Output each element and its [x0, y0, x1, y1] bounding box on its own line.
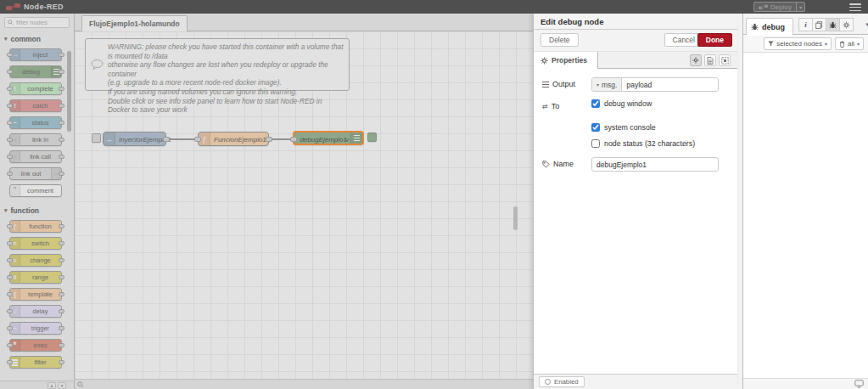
comment-line: If you are using named volumes you can i… — [108, 87, 344, 97]
input-port — [7, 241, 13, 245]
palette-node-range[interactable]: range — [9, 271, 62, 284]
output-port — [59, 121, 64, 125]
output-typed-input[interactable]: msg. — [591, 77, 719, 92]
sidebar-tab-help[interactable] — [812, 18, 826, 31]
palette-category-function[interactable]: ▾function — [0, 203, 74, 217]
palette-scrollbar[interactable] — [67, 51, 71, 132]
input-port — [7, 87, 13, 91]
flow-node-inject[interactable]: InyectorEjemplo1 — [103, 132, 166, 146]
debug-filter-button[interactable]: selected nodes — [764, 37, 832, 50]
input-port — [7, 104, 13, 108]
gear-icon — [540, 57, 548, 65]
debug-clear-button[interactable]: all — [835, 37, 864, 50]
edit-properties-icon-button[interactable] — [690, 54, 702, 66]
main-menu-button[interactable] — [849, 3, 861, 11]
output-value-input[interactable] — [622, 78, 718, 91]
zoom-search-icon[interactable] — [77, 381, 84, 388]
tab-properties[interactable]: Properties — [534, 52, 598, 69]
palette-node-complete[interactable]: complete — [9, 82, 62, 95]
edit-node-tray: Edit debug node Delete Cancel Done Prope… — [533, 14, 737, 389]
canvas-vscrollbar-thumb[interactable] — [513, 206, 518, 230]
comment-node[interactable]: WARNING: please check you have started t… — [85, 38, 350, 91]
debug-window-label[interactable]: debug window — [604, 99, 652, 108]
deploy-options-caret[interactable] — [796, 3, 804, 11]
filter-bars-icon — [12, 359, 18, 366]
sidebar-tab-debug[interactable] — [826, 18, 840, 31]
palette-node-filter[interactable]: filter — [9, 356, 62, 369]
palette-node-link-out[interactable]: link out — [9, 167, 62, 180]
sidebar-tab-debug-active[interactable]: debug — [746, 18, 793, 36]
palette-node-label: delay — [22, 307, 59, 315]
palette-node-comment[interactable]: comment — [9, 184, 62, 197]
header-bar: Node-RED Deploy — [0, 0, 868, 14]
app-title: Node-RED — [24, 3, 64, 11]
flow-node-debug-selected[interactable]: debugEjemplo1 — [293, 131, 364, 145]
palette-node-debug[interactable]: debug — [9, 65, 62, 78]
flow-node-function[interactable]: FuncionEjemplo1 — [198, 132, 269, 146]
flow-node-label: FuncionEjemplo1 — [214, 136, 266, 144]
edit-description-icon-button[interactable] — [704, 54, 716, 66]
palette-node-function[interactable]: function — [9, 220, 62, 233]
output-port — [59, 70, 64, 74]
deploy-button[interactable]: Deploy — [753, 2, 805, 12]
sidebar-tab-list-button[interactable] — [860, 18, 868, 31]
palette-node-switch[interactable]: switch — [9, 237, 62, 250]
inject-trigger-button[interactable] — [92, 133, 101, 143]
trash-icon — [839, 41, 845, 48]
delete-button[interactable]: Delete — [540, 33, 579, 47]
name-input[interactable] — [591, 157, 719, 172]
tray-footer: Enabled — [534, 374, 737, 389]
palette-node-exec[interactable]: exec — [9, 339, 62, 352]
palette-node-status[interactable]: status — [9, 116, 62, 129]
range-icon — [14, 273, 17, 281]
palette-scroll-up-button[interactable]: ▲ — [48, 382, 56, 389]
debug-toggle-button[interactable] — [367, 132, 377, 142]
sidebar-tab-config[interactable] — [839, 18, 854, 31]
sidebar-splitter[interactable] — [737, 14, 743, 389]
node-enabled-toggle[interactable]: Enabled — [539, 376, 585, 387]
palette-node-link-in[interactable]: link in — [9, 133, 62, 146]
output-port[interactable] — [266, 137, 272, 142]
system-console-label[interactable]: system console — [604, 123, 656, 132]
palette-node-label: switch — [22, 240, 59, 247]
input-port[interactable] — [194, 137, 201, 142]
output-row: Output msg. — [542, 77, 729, 92]
palette-category-common[interactable]: ▾common — [0, 31, 74, 46]
debug-messages-panel[interactable] — [743, 54, 868, 378]
input-port — [7, 70, 13, 74]
palette-node-inject[interactable]: inject — [9, 48, 62, 61]
palette-search-input[interactable]: filter nodes — [4, 17, 70, 28]
function-icon — [13, 223, 16, 230]
palette-node-list: injectdebugcompletecatchstatuslink inlin… — [0, 46, 74, 203]
edit-appearance-icon-button[interactable] — [719, 54, 731, 66]
palette-node-label: trigger — [22, 324, 59, 332]
palette-node-trigger[interactable]: trigger — [9, 322, 62, 335]
palette-search-placeholder: filter nodes — [16, 19, 48, 26]
tab-properties-label: Properties — [552, 56, 587, 65]
switch-icon — [13, 240, 17, 247]
flow-tab-active[interactable]: FlujoEjemplo1-holamundo — [81, 15, 188, 31]
palette-node-catch[interactable]: catch — [9, 99, 62, 112]
palette-node-list: functionswitchchangerangetemplatedelaytr… — [0, 217, 74, 375]
palette-node-link-call[interactable]: link call — [9, 150, 62, 163]
palette-node-change[interactable]: change — [9, 254, 62, 267]
palette-scroll-down-button[interactable]: ▼ — [58, 382, 66, 389]
flow-canvas[interactable]: WARNING: please check you have started t… — [75, 31, 533, 379]
done-button[interactable]: Done — [697, 33, 732, 47]
palette-node-label: comment — [22, 187, 59, 194]
node-status-checkbox[interactable] — [591, 139, 600, 148]
system-console-checkbox[interactable] — [591, 123, 600, 132]
sidebar-tab-info[interactable]: i — [798, 18, 813, 31]
palette-panel: filter nodes ▾commoninjectdebugcompletec… — [0, 14, 75, 381]
comment-line: Double click or see info side panel to l… — [108, 97, 344, 115]
palette-node-template[interactable]: template — [9, 288, 62, 301]
open-window-icon[interactable] — [854, 380, 864, 388]
output-port[interactable] — [163, 137, 170, 142]
input-port[interactable] — [290, 137, 297, 142]
debug-window-checkbox[interactable] — [591, 99, 600, 108]
output-type-select[interactable]: msg. — [592, 78, 622, 91]
palette-node-label: catch — [22, 102, 59, 110]
debug-filter-label: selected nodes — [776, 40, 822, 48]
palette-node-delay[interactable]: delay — [9, 305, 62, 318]
node-status-label[interactable]: node status (32 characters) — [604, 139, 695, 148]
